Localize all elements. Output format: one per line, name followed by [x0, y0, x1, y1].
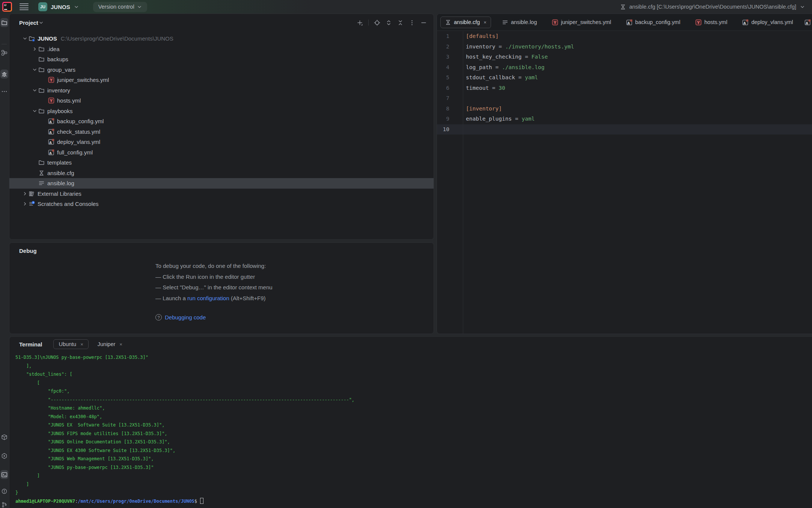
tree-item-ansible-log[interactable]: ansible.log [9, 178, 434, 189]
version-control-button[interactable]: Version control [93, 2, 147, 12]
tree-item-scratches-and-consoles[interactable]: Scratches and Consoles [9, 199, 434, 209]
close-tab-icon[interactable]: × [119, 342, 122, 347]
debug-help-row: ? Debugging code [155, 314, 206, 321]
scratches-icon [29, 201, 35, 207]
chevron-right-icon[interactable] [21, 190, 29, 197]
main-menu-icon[interactable] [20, 3, 29, 10]
debug-panel-title: Debug [19, 248, 37, 254]
debug-instruction-line: — Click the Run icon in the editor gutte… [155, 272, 273, 283]
debug-text: (Alt+Shift+F9) [229, 295, 266, 301]
tree-item-full-config-yml[interactable]: Afull_config.yml [9, 147, 434, 158]
editor-tab-backup-config-yml[interactable]: Abackup_config.yml [619, 14, 688, 31]
line-number: 1 [437, 31, 449, 42]
tree-item-check-status-yml[interactable]: Acheck_status.yml [9, 127, 434, 137]
svg-text:Y: Y [697, 20, 700, 24]
terminal-line: "JUNOS Online Documentation [13.2X51-D35… [15, 438, 809, 446]
run-configuration-link[interactable]: run configuration [187, 295, 229, 301]
editor-tab-ansible-log[interactable]: ansible.log [494, 14, 544, 31]
chevron-down-icon[interactable] [31, 108, 38, 114]
log-icon [502, 19, 508, 26]
more-horizontal-icon[interactable] [0, 87, 8, 96]
editor-line-2: 2inventory = ./inventory/hosts.yml [437, 42, 812, 52]
add-button[interactable] [357, 20, 363, 26]
problems-icon[interactable] [0, 487, 8, 496]
folder-root-icon [29, 35, 35, 42]
svg-text:A: A [806, 21, 808, 25]
more-vertical-button[interactable] [409, 20, 415, 26]
tree-item-external-libraries[interactable]: External Libraries [9, 189, 434, 199]
editor-tab-juniper-switches-yml[interactable]: Yjuniper_switches.yml [544, 14, 619, 31]
svg-text:Y: Y [553, 20, 557, 24]
folder-icon [38, 87, 45, 94]
editor-tab-hosts-yml[interactable]: Yhosts.yml [688, 14, 735, 31]
svg-text:A: A [49, 131, 52, 135]
tree-item-path: C:\Users\progr\OneDrive\Documents\JUNOS [61, 35, 173, 42]
python-packages-icon[interactable] [0, 432, 8, 441]
editor-content[interactable]: 1[defaults]2inventory = ./inventory/host… [437, 31, 812, 334]
chevron-down-icon[interactable] [38, 20, 44, 26]
project-switcher[interactable]: JU JUNOS [38, 2, 80, 11]
tree-item-label: backups [47, 56, 68, 62]
project-panel-title[interactable]: Project [19, 20, 38, 26]
debug-instructions: To debug your code, do one of the follow… [155, 261, 273, 304]
library-icon [29, 190, 35, 197]
project-folder-icon[interactable] [0, 18, 8, 27]
tree-item-deploy-vlans-yml[interactable]: Adeploy_vlans.yml [9, 137, 434, 147]
tree-item-templates[interactable]: templates [9, 157, 434, 168]
tree-item-junos[interactable]: JUNOSC:\Users\progr\OneDrive\Documents\J… [9, 33, 434, 44]
gutter-separator [463, 31, 463, 334]
debug-bug-icon[interactable] [0, 70, 8, 79]
terminal-output[interactable]: 51-D35.3]\nJUNOS py-base-powerpc [13.2X5… [15, 353, 809, 506]
terminal-tab-juniper[interactable]: Juniper× [92, 339, 128, 349]
editor-tab-deploy-vlans-yml[interactable]: Adeploy_vlans.yml [735, 14, 800, 31]
chevron-down-icon[interactable] [31, 67, 38, 73]
code-token: ./inventory/hosts.yml [505, 44, 574, 50]
editor-tab-ansible-cfg[interactable]: ansible.cfg× [440, 17, 491, 28]
tree-item-group-vars[interactable]: group_vars [9, 65, 434, 75]
tree-item-backups[interactable]: backups [9, 54, 434, 65]
svg-text:A: A [627, 21, 630, 25]
tree-item-playbooks[interactable]: playbooks [9, 106, 434, 116]
prompt-user: ahmed1@LAPTOP-P20QUVN7 [15, 499, 75, 504]
terminal-line: "JUNOS EX Software Suite [13.2X51-D35.3]… [15, 421, 809, 429]
tree-item-backup-config-yml[interactable]: Abackup_config.yml [9, 116, 434, 127]
terminal-tab-label: Ubuntu [59, 341, 76, 347]
file-path-widget[interactable]: ansible.cfg [C:\Users\progr\OneDrive\Doc… [620, 4, 805, 10]
expand-all-button[interactable] [386, 20, 392, 26]
tree-item-idea[interactable]: .idea [9, 44, 434, 54]
line-code [449, 93, 466, 104]
terminal-icon[interactable] [0, 470, 8, 479]
tree-item-inventory[interactable]: inventory [9, 85, 434, 96]
svg-text:A: A [743, 21, 746, 25]
code-token: enable_plugins [466, 116, 512, 122]
project-name: JUNOS [51, 4, 70, 10]
chevron-down-icon[interactable] [21, 36, 29, 42]
editor-tab-label: hosts.yml [704, 19, 727, 25]
tree-item-juniper-switches-yml[interactable]: Yjuniper_switches.yml [9, 75, 434, 85]
chevron-right-icon[interactable] [21, 201, 29, 207]
close-tab-icon[interactable]: × [484, 20, 487, 25]
code-token: 30 [499, 85, 505, 91]
close-tab-icon[interactable]: × [80, 342, 83, 347]
terminal-tab-ubuntu[interactable]: Ubuntu× [53, 339, 88, 349]
services-icon[interactable] [0, 451, 8, 460]
editor-tab-partial[interactable]: A [801, 14, 811, 31]
collapse-all-button[interactable] [397, 20, 404, 26]
chevron-spacer [41, 149, 48, 155]
chevron-down-icon[interactable] [31, 87, 38, 93]
chevron-right-icon[interactable] [31, 46, 38, 52]
tree-item-label: juniper_switches.yml [57, 77, 109, 83]
line-code: inventory = ./inventory/hosts.yml [449, 42, 574, 52]
intellij-logo-icon[interactable]: IJ [2, 2, 12, 12]
terminal-cursor[interactable] [200, 498, 203, 504]
code-token: False [532, 54, 548, 60]
svg-text:A: A [49, 151, 52, 155]
structure-icon[interactable] [0, 48, 8, 57]
terminal-panel-title[interactable]: Terminal [19, 341, 42, 348]
tree-item-ansible-cfg[interactable]: ansible.cfg [9, 168, 434, 178]
locate-button[interactable] [374, 20, 380, 26]
hide-button[interactable] [420, 20, 427, 26]
tree-item-hosts-yml[interactable]: Yhosts.yml [9, 95, 434, 106]
debugging-code-link[interactable]: Debugging code [165, 314, 206, 321]
git-branch-icon[interactable] [0, 500, 8, 508]
